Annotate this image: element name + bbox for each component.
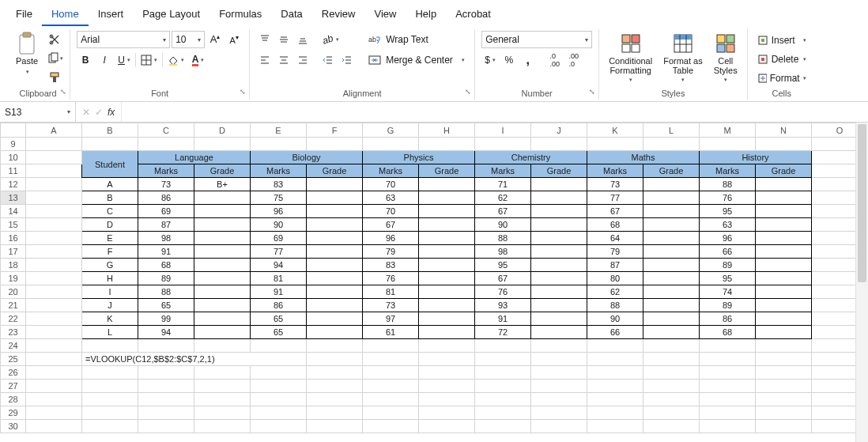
cell[interactable]: 97 xyxy=(363,312,419,326)
cell[interactable]: J xyxy=(82,299,138,312)
row-header[interactable]: 25 xyxy=(1,353,26,366)
cell[interactable]: 88 xyxy=(138,285,194,299)
cell[interactable] xyxy=(531,232,587,245)
align-top-button[interactable] xyxy=(256,31,274,48)
column-header[interactable]: H xyxy=(419,123,475,138)
cell[interactable]: 93 xyxy=(475,299,531,312)
align-center-button[interactable] xyxy=(275,51,292,69)
borders-button[interactable]: ▾ xyxy=(138,51,160,69)
cell[interactable]: 96 xyxy=(700,232,756,245)
cell[interactable] xyxy=(194,191,251,205)
cell[interactable] xyxy=(756,420,812,433)
cell[interactable]: 89 xyxy=(700,259,756,272)
cell[interactable] xyxy=(587,353,643,366)
cell-styles-button[interactable]: Cell Styles▾ xyxy=(711,31,741,85)
cell[interactable] xyxy=(419,299,475,312)
cell[interactable] xyxy=(531,138,587,151)
cell[interactable]: 94 xyxy=(251,259,307,272)
cell[interactable] xyxy=(194,312,251,326)
cell[interactable] xyxy=(643,326,700,339)
dialog-launcher-icon[interactable]: ⤡ xyxy=(60,88,66,96)
cell[interactable] xyxy=(643,259,700,272)
cell[interactable]: 95 xyxy=(700,272,756,285)
tab-acrobat[interactable]: Acrobat xyxy=(446,3,500,26)
cell[interactable]: 76 xyxy=(475,285,531,299)
cell[interactable] xyxy=(26,326,82,339)
cell[interactable] xyxy=(194,393,251,406)
cell[interactable] xyxy=(26,393,82,406)
cell[interactable] xyxy=(531,366,587,380)
cell[interactable] xyxy=(419,393,475,406)
cell[interactable] xyxy=(700,138,756,151)
cell[interactable] xyxy=(587,406,643,420)
cell[interactable] xyxy=(531,178,587,191)
cell[interactable] xyxy=(26,406,82,420)
format-as-table-button[interactable]: Format as Table▾ xyxy=(660,31,706,85)
underline-button[interactable]: U▾ xyxy=(115,51,134,69)
cell[interactable] xyxy=(307,178,363,191)
cell[interactable] xyxy=(82,366,138,380)
cell[interactable] xyxy=(531,406,587,420)
cell[interactable]: 87 xyxy=(587,259,643,272)
cell[interactable] xyxy=(643,366,700,380)
cell[interactable]: Grade xyxy=(194,164,251,178)
cell[interactable] xyxy=(26,259,82,272)
cell[interactable]: L xyxy=(82,326,138,339)
cell[interactable] xyxy=(756,380,812,393)
cell[interactable] xyxy=(587,339,643,353)
cell[interactable] xyxy=(756,205,812,218)
cell[interactable] xyxy=(419,326,475,339)
cell[interactable]: Marks xyxy=(363,164,419,178)
cell[interactable] xyxy=(138,393,194,406)
cell[interactable] xyxy=(251,138,307,151)
cell[interactable] xyxy=(251,380,307,393)
cell[interactable]: G xyxy=(82,259,138,272)
cell[interactable] xyxy=(194,285,251,299)
cell[interactable] xyxy=(26,191,82,205)
cell[interactable] xyxy=(419,339,475,353)
cell[interactable] xyxy=(194,272,251,285)
row-header[interactable]: 20 xyxy=(1,285,26,299)
row-header[interactable]: 26 xyxy=(1,366,26,380)
cell[interactable]: 76 xyxy=(363,272,419,285)
cell[interactable] xyxy=(756,191,812,205)
cell[interactable] xyxy=(26,272,82,285)
cell[interactable]: History xyxy=(700,151,812,164)
cell[interactable] xyxy=(419,218,475,232)
row-header[interactable]: 10 xyxy=(1,151,26,164)
cell[interactable] xyxy=(363,393,419,406)
conditional-formatting-button[interactable]: Conditional Formatting▾ xyxy=(606,31,655,85)
cell[interactable] xyxy=(643,406,700,420)
decrease-indent-button[interactable] xyxy=(319,51,337,69)
cell[interactable] xyxy=(643,245,700,259)
cell[interactable] xyxy=(700,393,756,406)
cell[interactable] xyxy=(307,406,363,420)
cell[interactable] xyxy=(419,272,475,285)
cell[interactable]: 87 xyxy=(138,218,194,232)
cell[interactable] xyxy=(26,299,82,312)
delete-cells-button[interactable]: Delete▾ xyxy=(754,51,810,68)
tab-file[interactable]: File xyxy=(6,3,42,26)
cell[interactable] xyxy=(26,245,82,259)
cell[interactable] xyxy=(138,138,194,151)
row-header[interactable]: 30 xyxy=(1,420,26,433)
cell[interactable]: 67 xyxy=(363,218,419,232)
cell[interactable] xyxy=(82,380,138,393)
cell[interactable] xyxy=(194,420,251,433)
cell[interactable] xyxy=(756,232,812,245)
cell[interactable] xyxy=(756,138,812,151)
cell[interactable] xyxy=(363,406,419,420)
bold-button[interactable]: B xyxy=(77,51,94,69)
cell[interactable]: 65 xyxy=(251,326,307,339)
cell[interactable] xyxy=(194,380,251,393)
cell[interactable] xyxy=(307,420,363,433)
row-header[interactable]: 15 xyxy=(1,218,26,232)
cell[interactable] xyxy=(194,138,251,151)
cell[interactable] xyxy=(643,191,700,205)
cell[interactable] xyxy=(756,285,812,299)
cell[interactable] xyxy=(82,420,138,433)
cell[interactable] xyxy=(82,406,138,420)
cell[interactable] xyxy=(419,285,475,299)
cell[interactable] xyxy=(307,259,363,272)
cell[interactable]: 62 xyxy=(587,285,643,299)
